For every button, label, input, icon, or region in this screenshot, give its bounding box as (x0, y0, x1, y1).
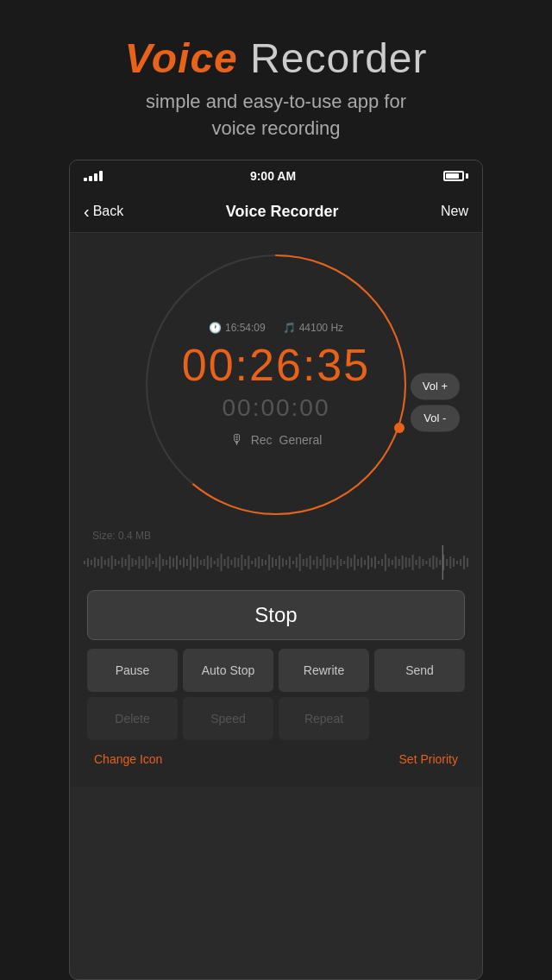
svg-rect-30 (176, 556, 178, 569)
pause-button[interactable]: Pause (87, 649, 178, 692)
svg-rect-69 (310, 556, 311, 569)
waveform-svg (84, 545, 468, 580)
svg-rect-67 (303, 559, 304, 566)
app-store-header: Voice Recorder simple and easy-to-use ap… (0, 0, 552, 160)
svg-rect-10 (108, 558, 110, 567)
svg-rect-94 (395, 556, 397, 569)
svg-rect-96 (402, 556, 404, 569)
signal-bar-3 (94, 173, 97, 181)
svg-rect-66 (299, 554, 301, 571)
signal-bar-4 (99, 171, 103, 181)
svg-rect-65 (296, 557, 298, 568)
app-title-highlight: Voice (124, 35, 237, 81)
size-label: Size: 0.4 MB (92, 530, 468, 542)
svg-rect-59 (275, 559, 277, 566)
send-button[interactable]: Send (374, 649, 465, 692)
svg-rect-90 (381, 559, 383, 566)
svg-rect-109 (446, 559, 448, 566)
svg-rect-64 (292, 561, 294, 564)
phone-frame: 9:00 AM ‹ Back Voice Recorder New (69, 160, 483, 980)
secondary-timer: 00:00:00 (164, 394, 388, 422)
back-chevron-icon: ‹ (84, 202, 90, 222)
svg-rect-45 (228, 556, 229, 569)
rewrite-button[interactable]: Rewrite (279, 649, 369, 692)
svg-rect-40 (210, 557, 212, 568)
repeat-button[interactable]: Repeat (279, 697, 369, 740)
speed-button[interactable]: Speed (183, 697, 273, 740)
svg-rect-6 (94, 557, 96, 568)
svg-rect-3 (84, 561, 85, 564)
stop-button[interactable]: Stop (87, 590, 465, 640)
svg-rect-77 (336, 556, 338, 569)
duration-meta: 🕐 16:54:09 (209, 322, 266, 334)
svg-rect-102 (422, 559, 423, 566)
svg-rect-15 (125, 559, 127, 566)
svg-rect-39 (207, 556, 209, 569)
nav-bar: ‹ Back Voice Recorder New (70, 192, 482, 233)
audio-icon: 🎵 (283, 322, 296, 334)
svg-rect-83 (357, 559, 359, 566)
battery-fill (446, 173, 459, 179)
svg-rect-113 (460, 559, 461, 566)
battery-indicator (443, 171, 468, 181)
svg-rect-92 (388, 558, 390, 567)
svg-rect-95 (398, 559, 400, 566)
svg-rect-46 (230, 560, 232, 565)
svg-rect-82 (354, 555, 355, 570)
svg-rect-88 (374, 556, 376, 569)
nav-title: Voice Recorder (226, 203, 339, 221)
svg-rect-11 (111, 556, 113, 569)
svg-rect-31 (179, 560, 181, 565)
svg-rect-4 (87, 558, 89, 567)
svg-rect-100 (416, 560, 417, 565)
svg-rect-63 (289, 556, 291, 569)
svg-rect-43 (221, 554, 223, 571)
app-title-rest: Recorder (238, 35, 428, 81)
battery-tip (466, 173, 468, 179)
svg-rect-75 (329, 557, 331, 568)
clock-icon: 🕐 (209, 322, 222, 334)
svg-rect-23 (152, 561, 154, 564)
svg-rect-29 (172, 558, 174, 567)
circle-container: 🕐 16:54:09 🎵 44100 Hz 00:26:35 00:00:00 … (138, 247, 414, 523)
svg-rect-110 (449, 556, 451, 569)
svg-rect-12 (115, 559, 116, 566)
back-label: Back (93, 204, 124, 219)
samplerate-value: 44100 Hz (299, 322, 343, 334)
vol-plus-button[interactable]: Vol + (411, 373, 460, 399)
vol-minus-button[interactable]: Vol - (411, 405, 460, 431)
app-title: Voice Recorder (34, 35, 518, 82)
status-time: 9:00 AM (250, 169, 296, 183)
svg-rect-28 (169, 556, 171, 569)
set-priority-link[interactable]: Set Priority (399, 752, 458, 766)
svg-rect-5 (91, 560, 92, 565)
change-icon-link[interactable]: Change Icon (94, 752, 162, 766)
back-button[interactable]: ‹ Back (84, 202, 123, 222)
svg-rect-9 (104, 560, 106, 565)
new-button[interactable]: New (441, 204, 468, 219)
signal-bars (84, 171, 103, 181)
svg-rect-105 (432, 556, 434, 569)
auto-stop-button[interactable]: Auto Stop (183, 649, 273, 692)
stop-button-wrap: Stop (84, 590, 468, 640)
category-text: General (279, 433, 323, 447)
svg-rect-97 (405, 557, 407, 568)
samplerate-meta: 🎵 44100 Hz (283, 322, 343, 334)
svg-rect-72 (320, 559, 322, 566)
svg-rect-73 (323, 555, 325, 570)
svg-rect-78 (340, 559, 342, 566)
svg-rect-76 (333, 560, 335, 565)
svg-rect-37 (200, 560, 202, 565)
svg-rect-62 (285, 560, 287, 565)
svg-rect-42 (217, 558, 219, 567)
svg-rect-114 (463, 556, 465, 569)
svg-rect-44 (224, 559, 226, 566)
bottom-links: Change Icon Set Priority (84, 745, 468, 773)
svg-rect-41 (214, 561, 216, 564)
delete-button[interactable]: Delete (87, 697, 178, 740)
mic-icon: 🎙 (230, 432, 244, 448)
rec-text: Rec (251, 433, 273, 447)
svg-rect-26 (162, 559, 164, 566)
svg-rect-27 (166, 560, 167, 565)
svg-rect-103 (425, 561, 427, 564)
